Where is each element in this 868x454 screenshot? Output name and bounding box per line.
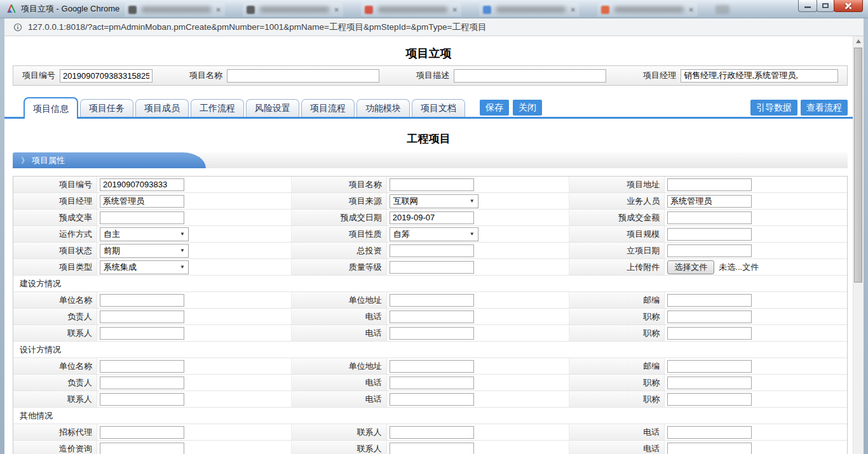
choose-file-button[interactable]: 选择文件 [667, 260, 714, 274]
form-select[interactable]: 自筹▼ [390, 227, 478, 241]
form-input[interactable] [100, 443, 184, 454]
form-input[interactable] [667, 294, 752, 307]
form-input[interactable] [667, 393, 752, 406]
tab-close-icon[interactable]: ✕ [689, 6, 694, 13]
form-input[interactable] [100, 377, 184, 389]
form-input[interactable] [390, 426, 474, 439]
tab-close-icon[interactable]: ✕ [334, 6, 339, 13]
page-tab[interactable]: 工作流程 [191, 99, 244, 117]
dropdown-arrow-icon: ▼ [470, 198, 475, 204]
top-form-input[interactable] [227, 69, 379, 83]
form-field: 电话 [292, 325, 570, 341]
browser-tab[interactable]: ✕ [479, 3, 580, 17]
form-field-label: 电话 [292, 309, 387, 324]
form-input[interactable] [667, 426, 752, 439]
top-form-input[interactable] [454, 69, 606, 83]
form-field-value [387, 375, 569, 391]
browser-tab[interactable]: ✕ [597, 3, 698, 17]
browser-tab[interactable]: ✕ [125, 3, 225, 17]
form-input[interactable] [667, 211, 752, 224]
dropdown-arrow-icon: ▼ [180, 248, 185, 253]
page-tab[interactable]: 项目任务 [80, 99, 133, 117]
form-field-value [665, 292, 847, 308]
form-field: 项目名称 [292, 177, 570, 192]
tab-close-icon[interactable]: ✕ [571, 6, 576, 13]
form-input[interactable] [667, 377, 752, 389]
tab-close-icon[interactable]: ✕ [216, 6, 221, 13]
close-page-button[interactable]: 关闭 [513, 100, 542, 116]
right-buttons: 引导数据 查看流程 [750, 100, 848, 119]
form-input[interactable] [100, 327, 184, 340]
form-input[interactable] [390, 178, 474, 191]
page-title: 项目立项 [4, 46, 853, 59]
form-input[interactable] [100, 294, 184, 307]
scrollbar-thumb[interactable] [854, 48, 862, 283]
form-input[interactable] [390, 393, 474, 406]
form-input[interactable] [667, 178, 752, 191]
form-field: 总投资 [292, 243, 570, 258]
browser-tab[interactable]: ✕ [243, 3, 343, 17]
form-input[interactable] [667, 443, 752, 454]
form-select[interactable]: 系统集成▼ [100, 260, 189, 274]
form-input[interactable] [390, 377, 474, 389]
form-input[interactable] [100, 211, 184, 224]
form-input[interactable] [667, 327, 752, 340]
section-banner[interactable]: 》项目属性 [13, 152, 183, 168]
minimize-button[interactable] [798, 0, 817, 12]
form-select[interactable]: 前期▼ [100, 244, 189, 258]
form-field: 职称 [569, 391, 847, 407]
form-input[interactable] [667, 195, 752, 208]
form-input[interactable] [100, 426, 184, 439]
scrollbar-track[interactable] [853, 36, 864, 454]
form-input[interactable] [390, 211, 474, 224]
page-tab[interactable]: 项目信息 [24, 97, 78, 119]
scroll-up-button[interactable] [853, 36, 864, 46]
page-tab[interactable]: 项目文档 [412, 99, 465, 117]
guide-data-button[interactable]: 引导数据 [750, 100, 797, 116]
form-input[interactable] [390, 443, 474, 454]
new-tab-button[interactable] [715, 5, 729, 14]
form-input[interactable] [390, 261, 474, 274]
form-input[interactable] [100, 195, 184, 208]
page-tab[interactable]: 功能模块 [356, 99, 410, 117]
page-tab[interactable]: 风险设置 [246, 99, 299, 117]
form-input[interactable] [667, 310, 752, 323]
form-input[interactable] [390, 244, 474, 257]
form-input[interactable] [100, 178, 184, 191]
form-field: 负责人 [13, 375, 292, 391]
form-field-value [97, 375, 291, 391]
form-section-header: 设计方情况 [13, 342, 847, 358]
form-input[interactable] [100, 360, 184, 373]
form-input[interactable] [100, 393, 184, 406]
top-form-input[interactable] [681, 69, 838, 83]
form-input[interactable] [100, 310, 184, 323]
browser-tab[interactable]: ✕ [361, 3, 461, 17]
page-tab[interactable]: 项目流程 [301, 99, 355, 117]
form-field-value [665, 358, 847, 374]
form-row: 项目经理项目来源互联网▼业务人员 [13, 193, 847, 210]
top-form-input[interactable] [60, 69, 153, 83]
window-titlebar[interactable]: 项目立项 - Google Chrome ✕✕✕✕✕ [0, 0, 868, 18]
info-icon[interactable] [13, 23, 22, 32]
form-field-value [97, 177, 291, 192]
tab-close-icon[interactable]: ✕ [452, 6, 458, 13]
page-tab[interactable]: 项目成员 [135, 99, 189, 117]
save-button[interactable]: 保存 [480, 100, 509, 116]
form-select[interactable]: 互联网▼ [390, 194, 478, 208]
maximize-button[interactable] [817, 0, 834, 12]
form-input[interactable] [390, 327, 474, 340]
top-form-field: 项目名称 [189, 69, 379, 83]
form-input[interactable] [667, 228, 752, 241]
form-input[interactable] [667, 360, 752, 373]
form-input[interactable] [390, 294, 474, 307]
form-input[interactable] [390, 310, 474, 323]
form-field-label: 预成交金额 [569, 210, 665, 225]
form-field: 职称 [569, 375, 847, 391]
close-window-button[interactable] [834, 0, 863, 12]
form-field-label: 职称 [569, 325, 665, 341]
view-flow-button[interactable]: 查看流程 [801, 100, 848, 116]
form-select[interactable]: 自主▼ [100, 227, 189, 241]
form-input[interactable] [667, 244, 752, 257]
form-input[interactable] [390, 360, 474, 373]
form-field-value [387, 309, 569, 324]
